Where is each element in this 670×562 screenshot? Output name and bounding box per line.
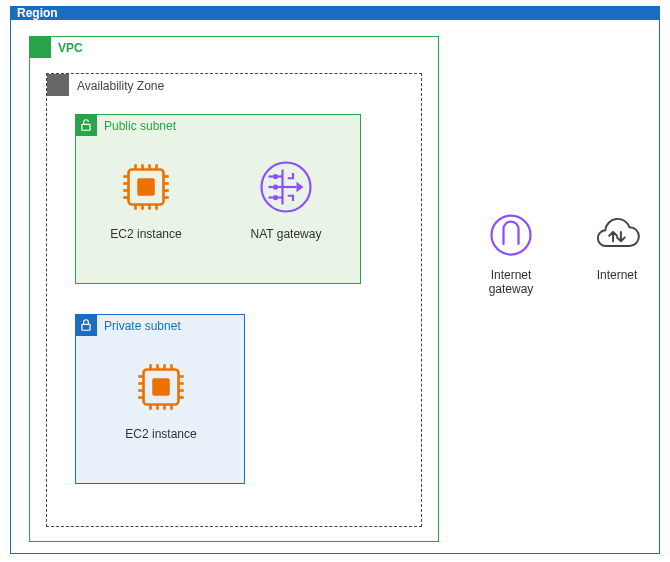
nat-gateway-label: NAT gateway — [236, 227, 336, 241]
vpc-container: VPC Availability Zone Public subnet — [29, 36, 439, 542]
svg-rect-0 — [82, 124, 90, 130]
svg-rect-2 — [137, 178, 155, 196]
vpc-icon — [29, 36, 51, 58]
unlock-icon — [75, 114, 97, 136]
internet-node: Internet — [577, 210, 657, 282]
availability-zone-container: Availability Zone Public subnet — [46, 73, 422, 527]
nat-gateway-node: NAT gateway — [236, 157, 336, 241]
svg-point-23 — [273, 195, 278, 200]
public-subnet-label: Public subnet — [104, 119, 176, 133]
svg-rect-31 — [82, 324, 90, 330]
ec2-instance-node: EC2 instance — [96, 157, 196, 241]
az-icon — [47, 74, 69, 96]
lock-icon — [75, 314, 97, 336]
cloud-icon — [592, 210, 642, 260]
internet-gateway-node: Internet gateway — [471, 210, 551, 296]
region-label: Region — [17, 6, 58, 20]
internet-label: Internet — [577, 268, 657, 282]
internet-gateway-icon — [486, 210, 536, 260]
svg-rect-33 — [152, 378, 170, 396]
svg-point-22 — [273, 184, 278, 189]
internet-gateway-label: Internet gateway — [471, 268, 551, 296]
ec2-label: EC2 instance — [111, 427, 211, 441]
ec2-label: EC2 instance — [96, 227, 196, 241]
private-subnet-container: Private subnet EC2 instance — [75, 314, 245, 484]
vpc-label: VPC — [58, 41, 83, 55]
az-label: Availability Zone — [77, 79, 164, 93]
ec2-icon — [116, 157, 176, 217]
svg-point-21 — [273, 174, 278, 179]
nat-gateway-icon — [256, 157, 316, 217]
ec2-icon — [131, 357, 191, 417]
private-subnet-label: Private subnet — [104, 319, 181, 333]
public-subnet-container: Public subnet EC2 instance — [75, 114, 361, 284]
region-container: Region VPC Availability Zone Public subn… — [10, 6, 660, 554]
ec2-instance-node: EC2 instance — [111, 357, 211, 441]
